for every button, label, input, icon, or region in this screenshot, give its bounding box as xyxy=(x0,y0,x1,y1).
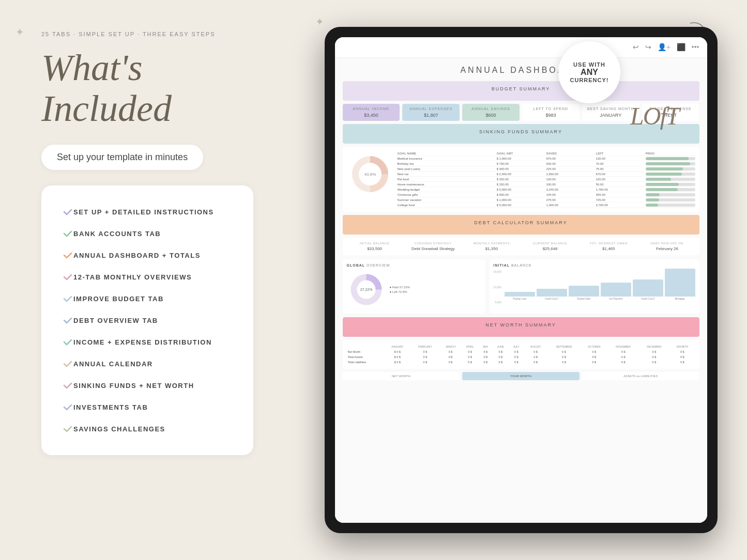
initial-balance-title: INITIAL BALANCE xyxy=(494,263,695,267)
add-user-icon[interactable]: 👤+ xyxy=(658,43,670,52)
budget-card-label: BEST SAVING MONTH xyxy=(584,107,637,111)
checklist-item: BANK ACCOUNTS TAB xyxy=(62,223,233,244)
currency-use-with: USE WITH xyxy=(573,61,605,68)
checklist-item: IMPROVE BUDGET TAB xyxy=(62,288,233,309)
subtitle: 25 TABS · SIMPLE SET UP · THREE EASY STE… xyxy=(41,31,253,37)
bar-chart-item: Student Debt xyxy=(569,286,599,300)
currency-any: ANY xyxy=(581,68,598,77)
budget-card: ANNUAL EXPENSES $1,807 xyxy=(402,104,460,121)
setup-badge: Set up your template in minutes xyxy=(41,145,203,170)
debt-bar: DEBT CALCULATOR SUMMARY xyxy=(343,215,699,235)
tablet-toolbar: ↩ ↪ 👤+ ⬛ ••• xyxy=(335,37,707,58)
sf-row: Birthday trip $ 700.00 630.00 70.00 xyxy=(398,161,695,166)
checklist-label: ANNUAL DASHBOARD + TOTALS xyxy=(73,252,201,259)
net-worth-row: Total Liabilities$ 0 $0 $0 $0 $0 $0 $0 $… xyxy=(347,360,695,365)
right-panel: Easy to use +fully automated! USE WITH A… xyxy=(295,0,747,560)
checklist-item: DEBT OVERVIEW TAB xyxy=(62,309,233,331)
checklist-item: 12-TAB MONTHLY OVERVIEWS xyxy=(62,266,233,288)
bottom-charts-row: NET WORTH YOUR WORTH ASSETS vs LIABILITI… xyxy=(343,372,699,380)
checklist-item: INCOME + EXPENSE DISTRIBUTION xyxy=(62,331,233,353)
checklist-label: INCOME + EXPENSE DISTRIBUTION xyxy=(73,338,212,346)
checklist-item: SET UP + DETAILED INSTRUCTIONS xyxy=(62,201,233,223)
more-options-icon[interactable]: ••• xyxy=(692,43,699,52)
checkmark-icon xyxy=(62,206,73,217)
debt-card: MONTHLY PAYMENTS $1,350 xyxy=(464,242,520,251)
sf-row: Summer vacation $ 1,000.00 275.00 725.00 xyxy=(398,197,695,203)
undo-icon[interactable]: ↩ xyxy=(633,43,639,52)
checkmark-icon xyxy=(62,293,73,304)
currency-text: CURRENCY! xyxy=(570,77,609,83)
budget-card-value: $600 xyxy=(464,113,517,118)
svg-text:27.22%: 27.22% xyxy=(360,288,372,291)
budget-card-label: ANNUAL EXPENSES xyxy=(404,107,458,111)
budget-summary-header: BUDGET SUMMARY xyxy=(345,84,697,94)
sf-row: Medical insurance $ 1,000.00 870.00 130.… xyxy=(398,156,695,161)
budget-card-value: $1,807 xyxy=(404,113,458,118)
global-overview-chart: GLOBAL OVERVIEW 27.22% ● Paid xyxy=(343,259,485,313)
sf-row: Wedding budget $ 5,000.00 3,240.00 1,760… xyxy=(398,187,695,192)
checklist-item: ANNUAL DASHBOARD + TOTALS xyxy=(62,244,233,266)
sf-content: 43.8% GOAL NAME GOAL AMT SAVED LEFT PROG… xyxy=(343,147,699,212)
sf-row: Pet fund $ 250.00 130.00 120.00 xyxy=(398,177,695,182)
checkmark-icon xyxy=(62,228,73,239)
checklist-label: DEBT OVERVIEW TAB xyxy=(73,317,158,324)
net-worth-row: Net Worth$ 0 $0 $0 $0 $0 $0 $0 $0 $0 $0 … xyxy=(347,349,695,354)
checklist-item: ANNUAL CALENDAR xyxy=(62,353,233,375)
checkmark-icon xyxy=(62,423,73,434)
debt-card: CHOOSEN STRATEGY Debt Snowball Strategy xyxy=(405,242,461,251)
svg-text:43.8%: 43.8% xyxy=(364,172,376,177)
checklist-label: SINKING FUNDS + NET WORTH xyxy=(73,382,194,390)
bar-chart-item: Mortgage xyxy=(665,269,695,300)
budget-card: ANNUAL INCOME $3,450 xyxy=(343,104,400,121)
initial-balance-chart: INITIAL BALANCE 15,000 10,000 5,000 Payd… xyxy=(490,259,699,313)
debt-card: INITIAL BALANCE $33,500 xyxy=(347,242,403,251)
checklist-label: BANK ACCOUNTS TAB xyxy=(73,230,161,238)
debt-cards: INITIAL BALANCE $33,500CHOOSEN STRATEGY … xyxy=(343,238,699,255)
sf-header-row: GOAL NAME GOAL AMT SAVED LEFT PROG xyxy=(398,151,695,156)
budget-card-label: ANNUAL INCOME xyxy=(345,107,398,111)
budget-card-label: ANNUAL SAVINGS xyxy=(464,107,517,111)
bar-chart-item: Car Payment xyxy=(601,283,631,300)
checkmark-icon xyxy=(62,336,73,348)
sf-donut: 43.8% xyxy=(347,151,393,208)
debt-card: DEBT PAID OFF ON February 26 xyxy=(639,242,695,251)
loft-text: LOfT xyxy=(630,102,678,130)
checklist-card: SET UP + DETAILED INSTRUCTIONSBANK ACCOU… xyxy=(41,185,253,455)
budget-card-value: $3,450 xyxy=(345,113,398,118)
debt-card: CURRENT BALANCE $25,648 xyxy=(522,242,578,251)
checkmark-icon xyxy=(62,380,73,391)
debt-card: TOT. INTEREST OWED $1,465 xyxy=(581,242,636,251)
comment-icon[interactable]: ⬛ xyxy=(677,43,685,52)
checklist-label: IMPROVE BUDGET TAB xyxy=(73,295,164,303)
net-worth-row: Total Assets$ 0 $0 $0 $0 $0 $0 $0 $0 $0 … xyxy=(347,354,695,360)
budget-summary-bar: BUDGET SUMMARY xyxy=(343,81,699,101)
budget-card: LEFT TO SPEND $983 xyxy=(522,104,580,121)
budget-card-label: LEFT TO SPEND xyxy=(524,107,577,111)
redo-icon[interactable]: ↪ xyxy=(645,43,651,52)
budget-card-value: JANUARY xyxy=(584,113,637,118)
budget-card-value: $983 xyxy=(524,113,577,118)
debt-header: DEBT CALCULATOR SUMMARY xyxy=(345,217,697,228)
checkmark-icon xyxy=(62,358,73,369)
checklist-item: SINKING FUNDS + NET WORTH xyxy=(62,375,233,396)
global-overview-title: GLOBAL OVERVIEW xyxy=(347,263,481,267)
sf-row: New year's party $ 300.00 225.00 75.00 xyxy=(398,166,695,172)
checklist-item: INVESTMENTS TAB xyxy=(62,396,233,418)
charts-row: GLOBAL OVERVIEW 27.22% ● Paid xyxy=(343,259,699,313)
dashboard-title: ANNUAL DASHBOARD xyxy=(343,66,699,75)
sf-table: GOAL NAME GOAL AMT SAVED LEFT PROGMedica… xyxy=(398,151,695,208)
sf-row: New car $ 2,500.00 1,830.00 670.00 xyxy=(398,172,695,177)
sf-row: Home maintenance $ 150.00 100.00 50.00 xyxy=(398,182,695,187)
net-worth-table: JANUARYFEBRUARYMARCHAPRILMAYJUNEJULYAUGU… xyxy=(343,340,699,369)
checklist-label: ANNUAL CALENDAR xyxy=(73,360,153,368)
sf-row: College fund $ 5,000.00 1,300.00 3,700.0… xyxy=(398,203,695,208)
checklist-label: SAVINGS CHALLENGES xyxy=(73,425,165,433)
checkmark-icon xyxy=(62,401,73,413)
bar-chart-item: Credit Card 1 xyxy=(537,289,567,300)
budget-card: ANNUAL SAVINGS $600 xyxy=(462,104,520,121)
checklist-item: SAVINGS CHALLENGES xyxy=(62,418,233,440)
checkmark-icon xyxy=(62,250,73,261)
left-panel: 25 TABS · SIMPLE SET UP · THREE EASY STE… xyxy=(0,0,295,560)
net-worth-bar: NET WORTH SUMMARY xyxy=(343,317,699,337)
net-worth-table-element: JANUARYFEBRUARYMARCHAPRILMAYJUNEJULYAUGU… xyxy=(347,344,695,365)
